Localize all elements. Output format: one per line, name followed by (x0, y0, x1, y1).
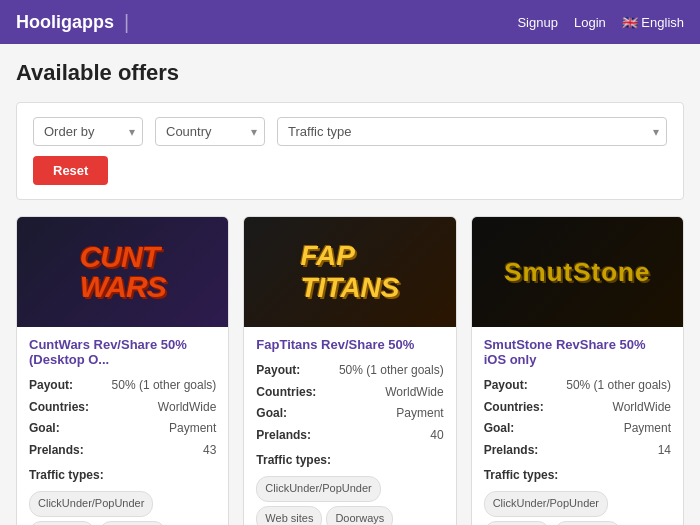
goal-label-1: Goal: (29, 418, 109, 440)
card-image-faptitans: FAPTITANS (244, 217, 455, 327)
payout-value-3: 50% (1 other goals) (566, 375, 671, 397)
country-wrapper: Country (155, 117, 265, 146)
goal-value-2: Payment (396, 403, 443, 425)
prelands-label-3: Prelands: (484, 440, 564, 462)
tags-row-3: ClickUnder/PopUnder Web sites Doorways +… (484, 491, 671, 525)
header-nav: Signup Login 🇬🇧 English (517, 15, 684, 30)
card-image-smutstone: SmutStone (472, 217, 683, 327)
goal-row-2: Goal: Payment (256, 403, 443, 425)
goal-value-3: Payment (624, 418, 671, 440)
tags-row-1: ClickUnder/PopUnder Web sites Doorways +… (29, 491, 216, 525)
signup-link[interactable]: Signup (517, 15, 557, 30)
tag-2-0[interactable]: ClickUnder/PopUnder (256, 476, 380, 502)
cards-grid: CUNTWARS CuntWars Rev/Share 50% (Desktop… (16, 216, 684, 525)
payout-label-1: Payout: (29, 375, 109, 397)
prelands-label-2: Prelands: (256, 425, 336, 447)
card-title-cuntwars[interactable]: CuntWars Rev/Share 50% (Desktop O... (29, 337, 216, 367)
payout-label-2: Payout: (256, 360, 336, 382)
page-content: Available offers Order by Country Traffi… (0, 44, 700, 525)
filters-row: Order by Country Traffic type (33, 117, 667, 146)
tag-1-2[interactable]: Doorways (99, 521, 166, 525)
tag-2-1[interactable]: Web sites (256, 506, 322, 525)
traffic-type-wrapper: Traffic type (277, 117, 667, 146)
language-selector[interactable]: 🇬🇧 English (622, 15, 684, 30)
reset-button[interactable]: Reset (33, 156, 108, 185)
payout-value-2: 50% (1 other goals) (339, 360, 444, 382)
countries-value-2: WorldWide (385, 382, 443, 404)
traffic-label-2: Traffic types: (256, 450, 443, 472)
smutstone-logo: SmutStone (504, 257, 650, 288)
countries-label-3: Countries: (484, 397, 564, 419)
card-info-cuntwars: Payout: 50% (1 other goals) Countries: W… (29, 375, 216, 525)
tag-3-0[interactable]: ClickUnder/PopUnder (484, 491, 608, 517)
payout-row-1: Payout: 50% (1 other goals) (29, 375, 216, 397)
tag-3-1[interactable]: Web sites (484, 521, 550, 525)
goal-row-3: Goal: Payment (484, 418, 671, 440)
card-body-faptitans: FapTitans Rev/Share 50% Payout: 50% (1 o… (244, 327, 455, 525)
goal-value-1: Payment (169, 418, 216, 440)
logo: Hooligapps (16, 12, 114, 33)
card-info-faptitans: Payout: 50% (1 other goals) Countries: W… (256, 360, 443, 525)
countries-row-3: Countries: WorldWide (484, 397, 671, 419)
tag-1-0[interactable]: ClickUnder/PopUnder (29, 491, 153, 517)
goal-label-2: Goal: (256, 403, 336, 425)
traffic-label-3: Traffic types: (484, 465, 671, 487)
order-by-wrapper: Order by (33, 117, 143, 146)
cuntwars-logo: CUNTWARS (80, 242, 166, 302)
prelands-value-3: 14 (658, 440, 671, 462)
payout-row-2: Payout: 50% (1 other goals) (256, 360, 443, 382)
country-select[interactable]: Country (155, 117, 265, 146)
card-title-smutstone[interactable]: SmutStone RevShare 50% iOS only (484, 337, 671, 367)
card-cuntwars: CUNTWARS CuntWars Rev/Share 50% (Desktop… (16, 216, 229, 525)
header: Hooligapps | Signup Login 🇬🇧 English (0, 0, 700, 44)
card-body-cuntwars: CuntWars Rev/Share 50% (Desktop O... Pay… (17, 327, 228, 525)
prelands-row-2: Prelands: 40 (256, 425, 443, 447)
card-title-faptitans[interactable]: FapTitans Rev/Share 50% (256, 337, 443, 352)
payout-row-3: Payout: 50% (1 other goals) (484, 375, 671, 397)
goal-row-1: Goal: Payment (29, 418, 216, 440)
payout-label-3: Payout: (484, 375, 564, 397)
tag-3-2[interactable]: Doorways (554, 521, 621, 525)
tags-row-2: ClickUnder/PopUnder Web sites Doorways +… (256, 476, 443, 525)
tag-1-1[interactable]: Web sites (29, 521, 95, 525)
card-image-cuntwars: CUNTWARS (17, 217, 228, 327)
card-faptitans: FAPTITANS FapTitans Rev/Share 50% Payout… (243, 216, 456, 525)
order-by-select[interactable]: Order by (33, 117, 143, 146)
traffic-type-select[interactable]: Traffic type (277, 117, 667, 146)
countries-value-1: WorldWide (158, 397, 216, 419)
countries-label-2: Countries: (256, 382, 336, 404)
traffic-label-1: Traffic types: (29, 465, 216, 487)
page-title: Available offers (16, 60, 684, 86)
countries-row-1: Countries: WorldWide (29, 397, 216, 419)
prelands-value-2: 40 (430, 425, 443, 447)
card-body-smutstone: SmutStone RevShare 50% iOS only Payout: … (472, 327, 683, 525)
header-left: Hooligapps | (16, 11, 129, 34)
prelands-label-1: Prelands: (29, 440, 109, 462)
card-info-smutstone: Payout: 50% (1 other goals) Countries: W… (484, 375, 671, 525)
goal-label-3: Goal: (484, 418, 564, 440)
countries-value-3: WorldWide (613, 397, 671, 419)
login-link[interactable]: Login (574, 15, 606, 30)
prelands-value-1: 43 (203, 440, 216, 462)
faptitans-logo: FAPTITANS (300, 240, 399, 304)
countries-label-1: Countries: (29, 397, 109, 419)
filters-panel: Order by Country Traffic type Reset (16, 102, 684, 200)
card-smutstone: SmutStone SmutStone RevShare 50% iOS onl… (471, 216, 684, 525)
prelands-row-3: Prelands: 14 (484, 440, 671, 462)
payout-value-1: 50% (1 other goals) (112, 375, 217, 397)
prelands-row-1: Prelands: 43 (29, 440, 216, 462)
countries-row-2: Countries: WorldWide (256, 382, 443, 404)
header-divider: | (124, 11, 129, 34)
tag-2-2[interactable]: Doorways (326, 506, 393, 525)
